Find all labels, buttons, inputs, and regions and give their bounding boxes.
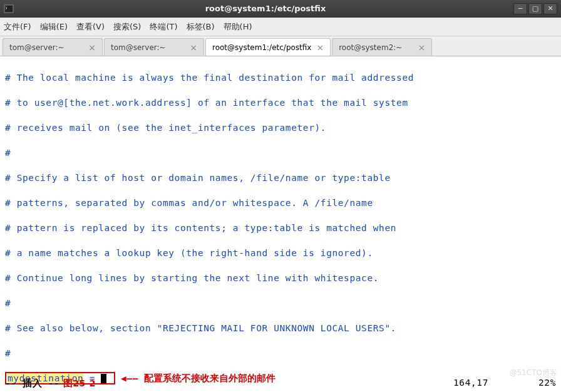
tab-label: root@system1:/etc/postfix [212,43,311,52]
tab-1[interactable]: tom@server:~ × [3,38,103,56]
editor-viewport[interactable]: # The local machine is always the final … [0,56,561,392]
menu-file[interactable]: 文件(F) [4,21,31,33]
svg-rect-0 [4,5,13,13]
tab-4[interactable]: root@system2:~ × [332,38,432,56]
code-line: # Continue long lines by starting the ne… [5,272,556,284]
menu-help[interactable]: 帮助(H) [224,21,252,33]
watermark: @51CTO博客 [510,368,557,378]
tab-close-icon[interactable]: × [88,43,96,53]
menu-bar: 文件(F) 编辑(E) 查看(V) 搜索(S) 终端(T) 标签(B) 帮助(H… [0,18,561,36]
tab-label: tom@server:~ [9,43,83,52]
tab-bar: tom@server:~ × tom@server:~ × root@syste… [0,36,561,56]
tab-close-icon[interactable]: × [190,43,197,53]
code-line: # [5,147,556,159]
menu-tabs[interactable]: 标签(B) [187,21,215,33]
code-line: # [5,347,556,359]
tab-close-icon[interactable]: × [418,43,425,53]
minimize-button[interactable]: ─ [513,3,527,14]
code-line: # [5,297,556,309]
window-titlebar: root@system1:/etc/postfix ─ ▢ ✕ [0,0,561,18]
cursor-position: 164,17 [453,378,488,389]
terminal-icon [4,4,14,14]
code-line: # receives mail on (see the inet_interfa… [5,121,556,134]
tab-label: tom@server:~ [111,43,185,52]
tab-2[interactable]: tom@server:~ × [104,38,204,56]
code-line: # Specify a list of host or domain names… [5,172,556,184]
tab-close-icon[interactable]: × [316,43,324,53]
vim-status-bar: -- 插入 -- 图25-2 164,17 22% [0,378,561,389]
figure-label: 图25-2 [63,378,95,389]
close-button[interactable]: ✕ [543,3,557,14]
code-line: # pattern is replaced by its contents; a… [5,222,556,234]
scroll-percent: 22% [538,378,556,389]
menu-edit[interactable]: 编辑(E) [40,21,68,33]
code-line: # patterns, separated by commas and/or w… [5,197,556,209]
menu-terminal[interactable]: 终端(T) [150,21,177,33]
code-line: # a name matches a lookup key (the right… [5,247,556,259]
window-title: root@system1:/etc/postfix [18,4,513,13]
code-line: # to user@[the.net.work.address] of an i… [5,96,556,109]
code-line: # The local machine is always the final … [5,71,556,84]
vim-mode: -- 插入 -- [5,378,59,389]
menu-view[interactable]: 查看(V) [76,21,105,33]
maximize-button[interactable]: ▢ [528,3,542,14]
tab-label: root@system2:~ [339,43,413,52]
tab-3-active[interactable]: root@system1:/etc/postfix × [205,38,331,56]
code-line: # See also below, section "REJECTING MAI… [5,322,556,334]
menu-search[interactable]: 搜索(S) [113,21,141,33]
